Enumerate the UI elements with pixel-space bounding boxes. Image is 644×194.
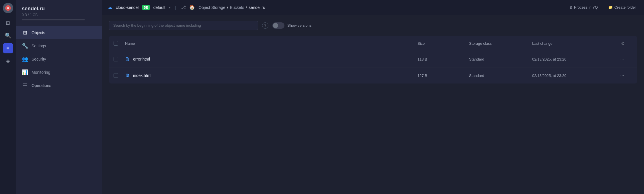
row1-size: 113 B	[417, 57, 427, 61]
header-name-label: Name	[125, 41, 135, 46]
storage-bar	[22, 19, 85, 20]
grid-nav-icon[interactable]: ⊞	[3, 18, 13, 28]
show-versions-toggle-row: Show versions	[272, 22, 312, 29]
sidebar-item-security[interactable]: 👥 Security	[16, 53, 102, 66]
monitoring-icon: 📊	[22, 69, 28, 75]
row2-more-button[interactable]: ···	[618, 71, 626, 79]
search-box[interactable]	[109, 21, 258, 30]
process-in-yq-button[interactable]: ⧉ Process in YQ	[567, 4, 600, 11]
breadcrumb-sep-2: /	[246, 5, 247, 10]
icon-rail: ⊞ 🔍 ≡ ◈	[0, 0, 16, 194]
separator-1: |	[175, 5, 176, 10]
sidebar-item-monitoring[interactable]: 📊 Monitoring	[16, 66, 102, 79]
header-last-change: Last change	[532, 39, 618, 48]
sidebar: sendel.ru 0 B / 1 GB ⊞ Objects 🔧 Setting…	[16, 0, 102, 194]
row1-name-cell: 🗎 error.html	[125, 56, 417, 62]
header-date-label: Last change	[532, 41, 553, 46]
search-nav-icon[interactable]: 🔍	[3, 30, 13, 41]
header-storage-class: Storage class	[469, 39, 532, 48]
search-row: ? Show versions	[109, 21, 637, 30]
storage-bar-fill	[22, 19, 22, 20]
breadcrumb: Object Storage / Buckets / sendel.ru	[198, 5, 564, 10]
row1-last-change: 02/13/2025, at 23:20	[532, 57, 566, 61]
row1-storage-cell: Standard	[469, 57, 532, 61]
row1-checkbox[interactable]	[114, 57, 118, 61]
topbar: ☁ cloud-sendel DE default ▾ | ⎇ 🏠 Object…	[102, 0, 644, 15]
monitoring-label: Monitoring	[32, 70, 50, 75]
chevron-down-icon[interactable]: ▾	[169, 5, 171, 9]
help-icon[interactable]: ?	[262, 22, 268, 29]
search-input[interactable]	[113, 23, 254, 28]
breadcrumb-sep-1: /	[227, 5, 228, 10]
security-label: Security	[32, 57, 46, 61]
row2-storage-class: Standard	[469, 73, 484, 78]
row1-actions-cell: ···	[618, 55, 633, 63]
cloud-icon: ☁	[108, 5, 112, 10]
operations-label: Operations	[32, 83, 51, 88]
settings-icon: 🔧	[22, 43, 28, 49]
select-all-checkbox[interactable]	[114, 41, 118, 46]
row2-filename[interactable]: index.html	[133, 73, 151, 78]
objects-table: Name Size Storage class Last change ⚙	[109, 36, 637, 84]
process-yq-label: Process in YQ	[574, 5, 598, 9]
row2-checkbox-cell	[114, 73, 125, 78]
storage-usage: 0 B / 1 GB	[22, 13, 96, 17]
row1-filename[interactable]: error.html	[133, 57, 150, 61]
header-name: Name	[125, 39, 417, 48]
app-logo[interactable]	[3, 3, 13, 13]
bucket-name: sendel.ru	[22, 6, 96, 12]
create-folder-label: Create folder	[614, 5, 636, 9]
process-yq-icon: ⧉	[570, 5, 572, 10]
row2-storage-cell: Standard	[469, 73, 532, 78]
main-area: ☁ cloud-sendel DE default ▾ | ⎇ 🏠 Object…	[102, 0, 644, 194]
table-row: 🗎 error.html 113 B Standard 02/13/2025, …	[109, 51, 637, 67]
row1-more-button[interactable]: ···	[618, 55, 626, 63]
row2-last-change: 02/13/2025, at 23:20	[532, 73, 566, 78]
row1-date-cell: 02/13/2025, at 23:20	[532, 57, 618, 61]
file-icon: 🗎	[125, 56, 130, 62]
row2-name-cell: 🗎 index.html	[125, 73, 417, 79]
show-versions-toggle[interactable]	[272, 22, 284, 29]
objects-label: Objects	[32, 30, 45, 35]
row1-checkbox-cell	[114, 57, 125, 61]
folder-plus-icon: 📁	[608, 5, 613, 9]
breadcrumb-service[interactable]: Object Storage	[198, 5, 225, 10]
row1-size-cell: 113 B	[417, 57, 469, 61]
layers-nav-icon[interactable]: ≡	[3, 43, 13, 53]
sidebar-header: sendel.ru 0 B / 1 GB	[16, 0, 102, 23]
topbar-actions: ⧉ Process in YQ 📁 Create folder	[567, 4, 638, 11]
show-versions-label: Show versions	[287, 23, 312, 28]
row2-size: 127 B	[417, 73, 427, 78]
table-row: 🗎 index.html 127 B Standard 02/13/2025, …	[109, 67, 637, 84]
sidebar-item-objects[interactable]: ⊞ Objects	[16, 26, 102, 39]
header-storage-label: Storage class	[469, 41, 492, 46]
workspace-label: default	[153, 5, 165, 10]
row2-size-cell: 127 B	[417, 73, 469, 78]
home-icon[interactable]: 🏠	[189, 5, 195, 10]
create-folder-button[interactable]: 📁 Create folder	[606, 4, 638, 11]
header-size-label: Size	[417, 41, 425, 46]
table-header: Name Size Storage class Last change ⚙	[109, 36, 637, 51]
header-settings: ⚙	[618, 39, 633, 48]
content-area: ? Show versions Name Size Storage class	[102, 15, 644, 194]
row2-actions-cell: ···	[618, 71, 633, 79]
sidebar-nav: ⊞ Objects 🔧 Settings 👥 Security 📊 Monito…	[16, 23, 102, 95]
network-icon: ⎇	[181, 5, 186, 10]
cube-nav-icon[interactable]: ◈	[3, 56, 13, 66]
env-badge: DE	[142, 5, 150, 10]
breadcrumb-buckets[interactable]: Buckets	[230, 5, 244, 10]
breadcrumb-current: sendel.ru	[249, 5, 265, 10]
objects-icon: ⊞	[22, 30, 28, 36]
operations-icon: ☰	[22, 82, 28, 89]
file-icon: 🗎	[125, 73, 130, 79]
security-icon: 👥	[22, 56, 28, 62]
row1-storage-class: Standard	[469, 57, 484, 61]
settings-label: Settings	[32, 44, 46, 48]
header-checkbox-cell	[114, 39, 125, 48]
row2-date-cell: 02/13/2025, at 23:20	[532, 73, 618, 78]
sidebar-item-operations[interactable]: ☰ Operations	[16, 79, 102, 92]
table-settings-icon[interactable]: ⚙	[618, 39, 627, 48]
row2-checkbox[interactable]	[114, 73, 118, 78]
sidebar-item-settings[interactable]: 🔧 Settings	[16, 39, 102, 53]
header-size: Size	[417, 39, 469, 48]
